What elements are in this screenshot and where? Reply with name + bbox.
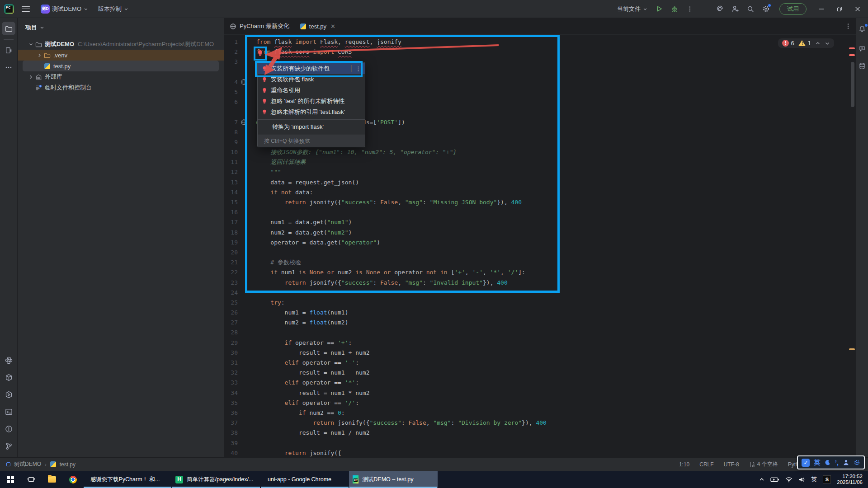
code-line[interactable]: 19 operator = data.get("operator") — [224, 238, 856, 248]
code-line[interactable]: 39 — [224, 438, 856, 448]
line-number[interactable]: 37 — [224, 418, 238, 428]
line-number[interactable]: 1 — [224, 37, 238, 47]
settings-button[interactable] — [760, 3, 772, 15]
ai-chat-button[interactable] — [857, 43, 868, 54]
line-number[interactable]: 14 — [224, 188, 238, 197]
code-line[interactable]: 33 elif operator == '*': — [224, 378, 856, 388]
tool-python-packages-button[interactable] — [2, 371, 15, 384]
vcs-widget[interactable]: 版本控制 — [95, 3, 131, 15]
code-line[interactable]: 28 — [224, 328, 856, 338]
moon-icon[interactable] — [824, 459, 831, 466]
minimize-button[interactable] — [814, 3, 829, 15]
error-stripe-mark[interactable] — [849, 54, 855, 56]
code-line[interactable]: 14 if not data: — [224, 188, 856, 197]
line-number[interactable]: 9 — [224, 137, 238, 147]
line-number[interactable]: 34 — [224, 388, 238, 398]
inspections-widget[interactable]: ! 6 ! 1 — [778, 38, 834, 48]
more-actions-button[interactable] — [684, 3, 696, 15]
ai-assistant-button[interactable] — [713, 3, 726, 15]
line-number[interactable]: 26 — [224, 308, 238, 318]
wifi-icon[interactable] — [785, 477, 793, 483]
ime-language-button[interactable]: 英 — [814, 459, 820, 467]
line-number[interactable]: 31 — [224, 358, 238, 368]
code-line[interactable]: 18 num2 = data.get("num2") — [224, 228, 856, 238]
line-number[interactable]: 22 — [224, 267, 238, 277]
maximize-button[interactable] — [832, 3, 847, 15]
file-explorer-button[interactable] — [42, 471, 62, 488]
run-configuration-selector[interactable]: 当前文件 — [614, 3, 650, 15]
line-number[interactable]: 24 — [224, 288, 238, 298]
taskbar-window-pycharm[interactable]: PC测试DEMO – test.py — [349, 471, 438, 488]
breadcrumb-file[interactable]: test.py — [60, 461, 75, 468]
line-number[interactable]: 39 — [224, 438, 238, 448]
line-number[interactable]: 35 — [224, 398, 238, 408]
run-button[interactable] — [653, 3, 665, 15]
ime-punctuation-button[interactable]: ’, — [835, 459, 839, 466]
tree-item-外部库[interactable]: 外部库 — [18, 71, 224, 82]
notifications-button[interactable] — [857, 23, 868, 34]
popup-item-1[interactable]: 安装软件包 flask — [258, 74, 365, 85]
flask-route-globe-icon[interactable] — [238, 77, 256, 87]
code-line[interactable]: 31 elif operator == '-': — [224, 358, 856, 368]
project-widget[interactable]: 测D 测试DEMO — [38, 3, 91, 15]
tool-terminal-button[interactable] — [2, 405, 15, 418]
line-number[interactable]: 15 — [224, 197, 238, 207]
line-number[interactable]: 18 — [224, 228, 238, 238]
tab-test-py[interactable]: test.py ✕ — [295, 18, 341, 34]
battery-icon[interactable] — [770, 477, 779, 483]
start-button[interactable] — [0, 471, 21, 488]
line-number[interactable]: 12 — [224, 167, 238, 177]
code-line[interactable]: 37 return jsonify({"success": False, "ms… — [224, 418, 856, 428]
code-line[interactable]: 2from flask_cors import CORS — [224, 47, 856, 57]
code-line[interactable]: 35 elif operator == '/': — [224, 398, 856, 408]
line-number[interactable]: 33 — [224, 378, 238, 388]
line-number[interactable]: 40 — [224, 448, 238, 457]
tree-item-.venv[interactable]: .venv — [18, 50, 224, 61]
code-line[interactable]: 23 return jsonify({"success": False, "ms… — [224, 278, 856, 288]
tab-list-more-icon[interactable] — [845, 23, 851, 29]
code-line[interactable]: 10 接收JSON参数: {"num1": 10, "num2": 5, "op… — [224, 147, 856, 157]
code-with-me-button[interactable] — [729, 3, 741, 15]
tool-python-console-button[interactable] — [2, 353, 15, 367]
line-number[interactable]: 7 — [224, 117, 238, 127]
line-number[interactable]: 20 — [224, 248, 238, 258]
search-everywhere-button[interactable] — [744, 3, 757, 15]
line-number[interactable]: 4 — [224, 77, 238, 87]
code-line[interactable]: 13 data = request.get_json() — [224, 178, 856, 188]
line-number[interactable]: 21 — [224, 258, 238, 267]
tool-project-button[interactable] — [2, 22, 15, 35]
tool-problems-button[interactable] — [2, 422, 15, 436]
gear-icon[interactable] — [854, 459, 860, 466]
prev-problem-icon[interactable] — [815, 41, 821, 46]
line-number[interactable]: 16 — [224, 207, 238, 217]
code-line[interactable]: 25 try: — [224, 298, 856, 308]
line-number[interactable]: 23 — [224, 278, 238, 288]
taskbar-window-chrome[interactable]: uni-app - Google Chrome — [260, 471, 349, 488]
taskbar-clock[interactable]: 17:20:52 2025/11/06 — [837, 474, 863, 485]
line-number[interactable]: 5 — [224, 87, 238, 97]
code-line[interactable]: 17 num1 = data.get("num1") — [224, 217, 856, 227]
line-separator[interactable]: CRLF — [699, 461, 713, 468]
debug-button[interactable] — [668, 3, 681, 15]
taskbar-window-edge[interactable]: 感谢您下载PyCharm！ 和... — [83, 471, 172, 488]
popup-item-0[interactable]: 安装所有缺少的软件包 — [258, 63, 365, 74]
close-button[interactable] — [850, 3, 865, 15]
warning-stripe-mark[interactable] — [849, 348, 855, 350]
line-number[interactable]: 10 — [224, 147, 238, 157]
line-number[interactable]: 30 — [224, 348, 238, 358]
chevron-right-icon[interactable] — [27, 75, 34, 80]
tray-language-indicator[interactable]: 英 — [811, 475, 817, 483]
code-line[interactable]: 12 """ — [224, 167, 856, 177]
file-encoding[interactable]: UTF-8 — [724, 461, 739, 468]
close-tab-icon[interactable]: ✕ — [330, 23, 335, 30]
popup-item-convert-import[interactable]: 转换为 'import flask' — [258, 122, 365, 132]
code-line[interactable]: 26 num1 = float(num1) — [224, 308, 856, 318]
line-number[interactable]: 28 — [224, 328, 238, 338]
person-icon[interactable] — [843, 459, 849, 466]
line-number[interactable]: 17 — [224, 217, 238, 227]
tool-commit-button[interactable] — [2, 43, 15, 57]
breadcrumb-project[interactable]: 测试DEMO — [14, 460, 41, 468]
chevron-down-icon[interactable] — [27, 42, 34, 47]
chevron-down-icon[interactable] — [40, 25, 44, 30]
code-line[interactable]: 36 if num2 == 0: — [224, 408, 856, 418]
